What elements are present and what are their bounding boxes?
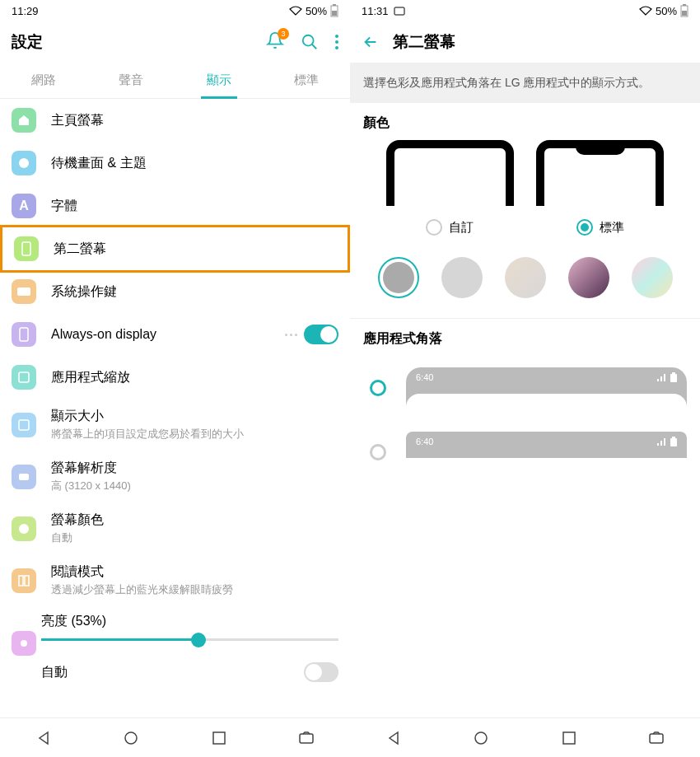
swatch-grey[interactable] bbox=[378, 257, 419, 298]
nav-screenshot-icon[interactable] bbox=[298, 730, 315, 746]
more-icon[interactable] bbox=[335, 35, 338, 49]
swatch-purple[interactable] bbox=[568, 257, 609, 298]
tabs: 網路 聲音 顯示 標準 bbox=[0, 63, 350, 99]
tab-network[interactable]: 網路 bbox=[0, 63, 87, 98]
svg-rect-24 bbox=[670, 374, 677, 382]
color-icon bbox=[12, 516, 36, 541]
back-button[interactable] bbox=[362, 33, 380, 51]
description: 選擇色彩及應用程式角落在 LG 應用程式中的顯示方式。 bbox=[350, 63, 700, 103]
wifi-icon bbox=[289, 6, 302, 16]
svg-rect-11 bbox=[20, 328, 28, 341]
svg-point-17 bbox=[125, 732, 137, 744]
svg-point-15 bbox=[19, 524, 29, 534]
notification-button[interactable]: 3 bbox=[266, 31, 284, 53]
radio-standard[interactable]: 標準 bbox=[576, 219, 624, 236]
svg-rect-9 bbox=[22, 242, 30, 255]
status-bar: 11:31 50% bbox=[350, 0, 700, 21]
svg-point-5 bbox=[335, 35, 338, 38]
svg-rect-22 bbox=[683, 4, 686, 6]
corner-option-sharp[interactable]: 6:40 bbox=[363, 420, 687, 484]
search-icon[interactable] bbox=[301, 33, 319, 51]
svg-line-4 bbox=[312, 44, 317, 49]
nav-keys-icon bbox=[12, 279, 36, 304]
svg-point-6 bbox=[335, 40, 338, 44]
nav-back-icon[interactable] bbox=[35, 730, 52, 746]
right-phone: 11:31 50% 第二螢幕 選擇色彩及應用程式角落在 LG 應用程式中的顯示方… bbox=[350, 0, 700, 757]
svg-point-3 bbox=[303, 35, 314, 46]
svg-rect-26 bbox=[670, 438, 677, 446]
home-icon bbox=[12, 108, 36, 133]
wifi-icon bbox=[639, 6, 652, 16]
item-font[interactable]: A字體 bbox=[0, 185, 350, 227]
swatch-beige[interactable] bbox=[505, 257, 546, 298]
item-lockscreen-theme[interactable]: 待機畫面 & 主題 bbox=[0, 142, 350, 185]
item-home-screen[interactable]: 主頁螢幕 bbox=[0, 99, 350, 142]
svg-rect-13 bbox=[19, 420, 29, 430]
tab-standard[interactable]: 標準 bbox=[263, 63, 350, 98]
radio-icon bbox=[426, 219, 442, 236]
nav-recent-icon[interactable] bbox=[561, 730, 577, 746]
status-time: 11:31 bbox=[362, 5, 389, 17]
status-time: 11:29 bbox=[12, 5, 39, 17]
nav-screenshot-icon[interactable] bbox=[648, 730, 665, 746]
svg-point-28 bbox=[475, 732, 487, 744]
item-resolution[interactable]: 螢幕解析度高 (3120 x 1440) bbox=[0, 451, 350, 502]
preview-notch[interactable] bbox=[536, 140, 664, 206]
scaling-icon bbox=[12, 365, 36, 390]
screenshot-icon bbox=[394, 5, 405, 16]
svg-point-7 bbox=[335, 46, 338, 49]
swatch-light[interactable] bbox=[441, 257, 483, 298]
page-title: 第二螢幕 bbox=[393, 31, 688, 53]
status-right: 50% bbox=[289, 4, 338, 17]
header: 設定 3 bbox=[0, 21, 350, 63]
signal-icon bbox=[657, 373, 667, 381]
nav-home-icon[interactable] bbox=[473, 730, 489, 746]
item-aod[interactable]: Always-on display bbox=[0, 313, 350, 356]
preview-no-notch[interactable] bbox=[386, 140, 514, 206]
color-swatches bbox=[350, 249, 700, 319]
auto-brightness-toggle[interactable] bbox=[304, 662, 338, 682]
battery-icon bbox=[670, 372, 677, 382]
status-bar: 11:29 50% bbox=[0, 0, 350, 21]
item-reading-mode[interactable]: 閱讀模式透過減少螢幕上的藍光來緩解眼睛疲勞 bbox=[0, 554, 350, 606]
auto-brightness-label: 自動 bbox=[41, 664, 68, 681]
svg-rect-10 bbox=[17, 287, 30, 296]
left-phone: 11:29 50% 設定 3 網路 聲音 顯示 標準 主頁螢幕 待機畫面 & 主… bbox=[0, 0, 350, 757]
settings-list[interactable]: 主頁螢幕 待機畫面 & 主題 A字體 第二螢幕 系統操作鍵 Always-on … bbox=[0, 99, 350, 717]
swatch-rainbow[interactable] bbox=[632, 257, 673, 298]
item-second-screen[interactable]: 第二螢幕 bbox=[0, 225, 350, 273]
aod-icon bbox=[12, 322, 36, 347]
font-icon: A bbox=[12, 194, 36, 218]
radio-icon bbox=[370, 444, 386, 460]
page-title: 設定 bbox=[12, 31, 266, 53]
brightness-slider[interactable] bbox=[41, 638, 338, 641]
nav-recent-icon[interactable] bbox=[211, 730, 227, 746]
brightness-section: 亮度 (53%) bbox=[0, 606, 350, 656]
radio-custom[interactable]: 自訂 bbox=[426, 219, 474, 236]
aod-toggle[interactable] bbox=[304, 325, 338, 344]
corner-option-rounded[interactable]: 6:40 bbox=[363, 356, 687, 420]
item-display-size[interactable]: 顯示大小將螢幕上的項目設定成您易於看到的大小 bbox=[0, 399, 350, 451]
color-section-title: 顏色 bbox=[350, 103, 700, 140]
item-screen-color[interactable]: 螢幕顏色自動 bbox=[0, 502, 350, 554]
corner-preview-rounded: 6:40 bbox=[406, 367, 687, 409]
more-dots-icon[interactable] bbox=[285, 334, 297, 336]
svg-rect-1 bbox=[333, 4, 336, 6]
radio-icon bbox=[576, 219, 593, 236]
battery-icon bbox=[670, 437, 677, 446]
svg-point-8 bbox=[19, 158, 29, 168]
tab-display[interactable]: 顯示 bbox=[175, 63, 263, 98]
nav-back-icon[interactable] bbox=[385, 730, 402, 746]
radio-row: 自訂 標準 bbox=[350, 206, 700, 249]
svg-rect-19 bbox=[300, 734, 313, 743]
corner-section-title: 應用程式角落 bbox=[350, 319, 700, 356]
notif-badge: 3 bbox=[278, 28, 289, 40]
nav-bar bbox=[0, 717, 350, 757]
battery-icon bbox=[680, 4, 688, 17]
item-nav-keys[interactable]: 系統操作鍵 bbox=[0, 270, 350, 313]
item-app-scaling[interactable]: 應用程式縮放 bbox=[0, 356, 350, 399]
nav-home-icon[interactable] bbox=[123, 730, 139, 746]
brightness-label: 亮度 (53%) bbox=[41, 613, 338, 630]
tab-sound[interactable]: 聲音 bbox=[87, 63, 175, 98]
svg-rect-30 bbox=[650, 734, 663, 743]
